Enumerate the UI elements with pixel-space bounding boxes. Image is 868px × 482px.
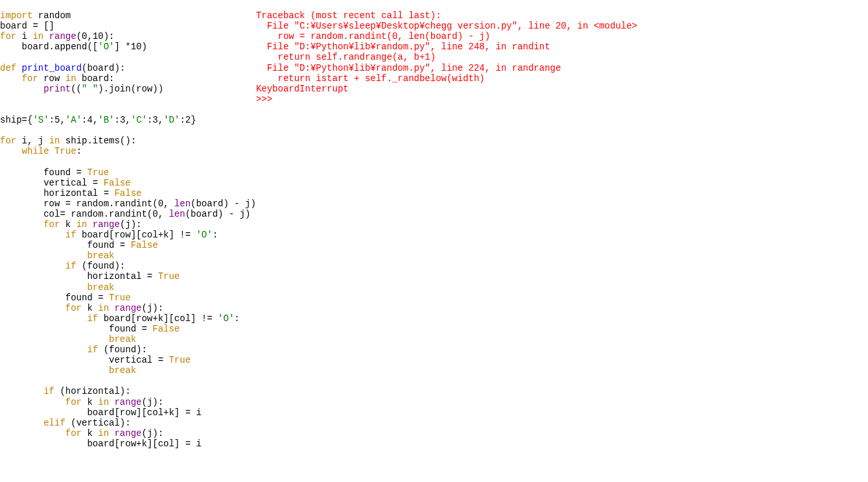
- code-text: (found):: [98, 344, 147, 355]
- code-text: board[row+k][col] !=: [98, 313, 218, 324]
- builtin-range: range: [109, 303, 141, 313]
- code-text: (j):: [120, 219, 142, 230]
- keyword-in: in: [49, 136, 60, 146]
- code-text: k: [82, 303, 98, 313]
- builtin-range: range: [109, 397, 141, 407]
- code-text: k: [82, 428, 98, 439]
- code-text: row: [38, 73, 65, 84]
- code-text: :3,: [115, 115, 131, 125]
- keyword-false: False: [152, 324, 180, 334]
- keyword-false: False: [131, 240, 158, 250]
- code-text: ship={: [0, 115, 32, 125]
- code-text: i, j: [16, 136, 49, 146]
- keyword-for: for: [0, 136, 16, 146]
- string-literal: 'O': [98, 42, 114, 52]
- code-text: (0,10):: [76, 31, 115, 42]
- keyword-in: in: [98, 428, 109, 439]
- code-text: (j):: [141, 303, 163, 313]
- keyword-for: for: [0, 73, 38, 84]
- shell-output-pane[interactable]: Traceback (most recent call last): File …: [256, 0, 868, 482]
- keyword-in: in: [32, 31, 43, 42]
- string-literal: 'A': [65, 115, 82, 125]
- string-literal: 'O': [218, 313, 234, 324]
- code-text: horizontal =: [0, 271, 158, 282]
- builtin-len: len: [169, 209, 185, 219]
- code-text: found =: [0, 167, 87, 178]
- keyword-if: if: [0, 230, 76, 240]
- keyword-for: for: [0, 31, 16, 42]
- keyword-break: break: [0, 282, 114, 293]
- code-text: (board) - j): [191, 199, 256, 209]
- keyword-in: in: [76, 219, 88, 230]
- keyword-true: True: [87, 167, 109, 178]
- code-text: ship.items():: [60, 136, 136, 146]
- traceback-line: return self.randrange(a, b+1): [256, 52, 436, 62]
- string-literal: 'S': [32, 115, 49, 125]
- keyword-in: in: [98, 397, 109, 407]
- keyword-if: if: [0, 344, 98, 355]
- code-text: i: [16, 31, 32, 42]
- builtin-range: range: [43, 31, 76, 42]
- shell-prompt[interactable]: >>>: [256, 94, 278, 104]
- builtin-print: print: [0, 84, 71, 94]
- code-text: (horizontal):: [54, 386, 131, 396]
- code-editor-pane[interactable]: import random board = [] for i in range(…: [0, 0, 256, 482]
- keyword-elif: elif: [0, 418, 65, 428]
- code-text: random: [32, 10, 71, 21]
- code-text: :3,: [147, 115, 163, 125]
- keyword-if: if: [0, 313, 98, 324]
- traceback-line: row = random.randint(0, len(board) - j): [256, 31, 490, 42]
- keyword-if: if: [0, 386, 54, 396]
- code-text: (board):: [82, 63, 125, 73]
- builtin-range: range: [87, 219, 119, 230]
- code-text: board[row][col+k] !=: [76, 230, 196, 240]
- code-text: (vertical):: [65, 418, 131, 428]
- code-text: vertical =: [0, 178, 104, 188]
- keyword-for: for: [0, 303, 82, 313]
- code-text: :: [76, 146, 82, 156]
- code-text: :4,: [82, 115, 98, 125]
- keyword-false: False: [114, 188, 141, 199]
- code-text: row = random.randint(0,: [0, 199, 174, 209]
- code-text: board = []: [0, 21, 54, 31]
- keyword-for: for: [0, 428, 82, 439]
- code-text: (j):: [141, 428, 163, 439]
- keyword-break: break: [0, 365, 136, 376]
- keyword-break: break: [0, 250, 114, 261]
- keyword-if: if: [0, 261, 76, 271]
- string-literal: 'C': [131, 115, 147, 125]
- code-text: board[row+k][col] = i: [0, 439, 202, 449]
- code-text: :5,: [49, 115, 65, 125]
- traceback-line: Traceback (most recent call last):: [256, 10, 441, 21]
- keyword-for: for: [0, 397, 82, 407]
- keyword-false: False: [104, 178, 131, 188]
- code-text: board.append([: [0, 42, 98, 52]
- code-text: k: [82, 397, 98, 407]
- keyword-for: for: [0, 219, 60, 230]
- function-name: print_board: [16, 63, 82, 73]
- code-text: :: [213, 230, 218, 240]
- string-literal: 'B': [98, 115, 114, 125]
- keyword-true: True: [169, 355, 191, 365]
- string-literal: 'O': [196, 230, 212, 240]
- code-text: :: [234, 313, 239, 324]
- keyword-true: True: [158, 271, 180, 282]
- keyword-while: while: [0, 146, 49, 156]
- keyword-true: True: [109, 293, 131, 303]
- code-text: board:: [76, 73, 115, 84]
- traceback-line: File "C:¥Users¥sleep¥Desktop¥chegg versi…: [256, 21, 637, 31]
- code-text: board[row][col+k] = i: [0, 407, 202, 418]
- code-text: :2}: [180, 115, 196, 125]
- code-text: col= random.randint(0,: [0, 209, 169, 219]
- builtin-range: range: [109, 428, 141, 439]
- keyword-def: def: [0, 63, 16, 73]
- code-text: found =: [0, 293, 109, 303]
- code-text: (board) - j): [185, 209, 251, 219]
- string-literal: 'D': [163, 115, 180, 125]
- traceback-line: File "D:¥Python¥lib¥random.py", line 248…: [256, 42, 550, 52]
- code-text: ).join(row)): [98, 84, 163, 94]
- keyword-break: break: [0, 334, 136, 344]
- code-text: vertical =: [0, 355, 169, 365]
- code-text: ] *10): [114, 42, 147, 52]
- code-text: found =: [0, 240, 131, 250]
